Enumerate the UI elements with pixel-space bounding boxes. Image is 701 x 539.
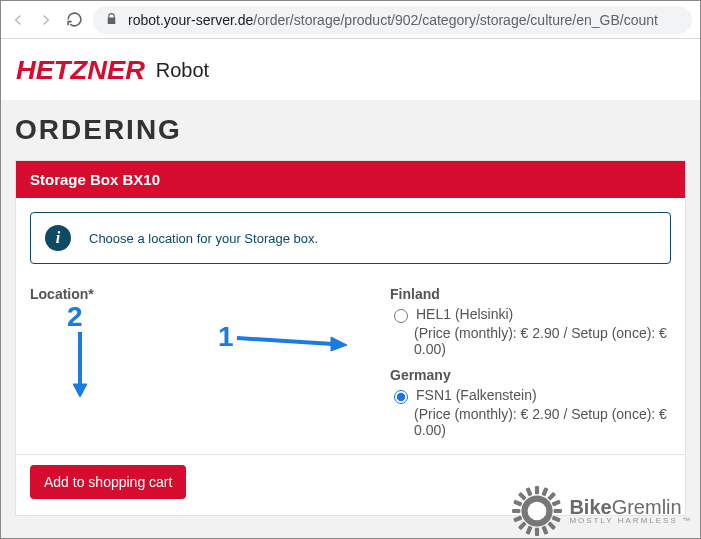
option-fsn1-label: FSN1 (Falkenstein) xyxy=(416,387,537,403)
svg-rect-8 xyxy=(535,528,539,536)
annotation-2: 2 xyxy=(67,301,83,333)
svg-rect-18 xyxy=(542,526,549,535)
annotation-arrow-1 xyxy=(237,327,347,353)
product-name: Robot xyxy=(156,59,209,82)
order-card: Storage Box BX10 i Choose a location for… xyxy=(15,160,686,516)
svg-rect-6 xyxy=(534,507,546,514)
hetzner-logo: HETZNER xyxy=(16,55,145,86)
card-title: Storage Box BX10 xyxy=(16,161,685,198)
radio-fsn1[interactable] xyxy=(394,390,408,404)
svg-rect-13 xyxy=(518,492,527,501)
site-header: HETZNER Robot xyxy=(1,39,700,100)
option-fsn1[interactable]: FSN1 (Falkenstein) xyxy=(394,387,671,404)
svg-rect-19 xyxy=(552,500,561,507)
svg-rect-15 xyxy=(542,487,549,496)
svg-rect-7 xyxy=(535,486,539,494)
locations-column: Finland HEL1 (Helsinki) (Price (monthly)… xyxy=(390,286,671,448)
svg-rect-12 xyxy=(518,521,527,530)
svg-rect-21 xyxy=(514,500,523,507)
reload-icon[interactable] xyxy=(65,11,83,29)
info-icon: i xyxy=(45,225,71,251)
svg-rect-22 xyxy=(552,515,561,522)
svg-rect-17 xyxy=(526,487,533,496)
svg-marker-1 xyxy=(73,384,87,397)
forward-icon[interactable] xyxy=(37,11,55,29)
svg-rect-14 xyxy=(548,521,557,530)
browser-toolbar: robot.your-server.de/order/storage/produ… xyxy=(1,1,700,39)
info-box: i Choose a location for your Storage box… xyxy=(30,212,671,264)
page-body: ORDERING Storage Box BX10 i Choose a loc… xyxy=(1,100,700,539)
info-text: Choose a location for your Storage box. xyxy=(89,231,318,246)
svg-rect-11 xyxy=(548,492,557,501)
svg-marker-3 xyxy=(331,337,347,351)
svg-rect-10 xyxy=(554,509,562,513)
radio-hel1[interactable] xyxy=(394,309,408,323)
option-hel1-label: HEL1 (Helsinki) xyxy=(416,306,513,322)
annotation-arrow-2 xyxy=(73,332,87,397)
lock-icon xyxy=(105,12,118,28)
price-fsn1: (Price (monthly): € 2.90 / Setup (once):… xyxy=(414,406,671,438)
add-to-cart-button[interactable]: Add to shopping cart xyxy=(30,465,186,499)
svg-rect-9 xyxy=(512,509,520,513)
gear-icon xyxy=(511,485,563,537)
watermark: BikeGremlin MOSTLY HARMLESS ™ xyxy=(511,485,692,537)
page-title: ORDERING xyxy=(15,114,686,146)
country-finland: Finland xyxy=(390,286,671,302)
option-hel1[interactable]: HEL1 (Helsinki) xyxy=(394,306,671,323)
url-text: robot.your-server.de/order/storage/produ… xyxy=(128,12,658,28)
address-bar[interactable]: robot.your-server.de/order/storage/produ… xyxy=(93,6,692,34)
annotation-1: 1 xyxy=(218,321,234,353)
country-germany: Germany xyxy=(390,367,671,383)
watermark-title: BikeGremlin xyxy=(569,497,692,517)
watermark-subtitle: MOSTLY HARMLESS ™ xyxy=(569,517,692,525)
svg-line-2 xyxy=(237,338,333,344)
back-icon[interactable] xyxy=(9,11,27,29)
svg-rect-20 xyxy=(514,515,523,522)
svg-rect-16 xyxy=(526,526,533,535)
price-hel1: (Price (monthly): € 2.90 / Setup (once):… xyxy=(414,325,671,357)
